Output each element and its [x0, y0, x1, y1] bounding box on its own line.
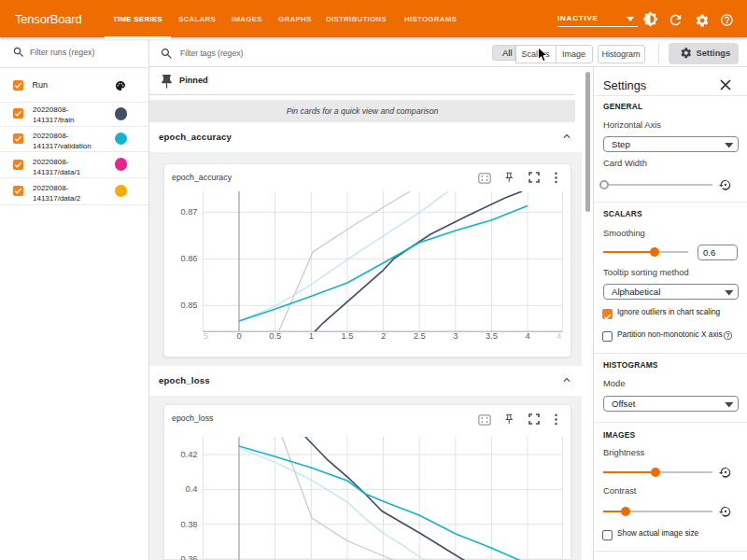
svg-text:0.87: 0.87 [180, 207, 197, 217]
svg-text:5: 5 [204, 331, 208, 341]
svg-text:0.4: 0.4 [186, 484, 198, 494]
svg-text:0.42: 0.42 [180, 450, 197, 459]
svg-text:4: 4 [525, 331, 529, 341]
svg-text:0.86: 0.86 [180, 254, 197, 263]
svg-text:2: 2 [381, 331, 386, 341]
svg-text:4: 4 [557, 331, 561, 341]
svg-text:2.5: 2.5 [414, 331, 426, 341]
svg-text:3: 3 [453, 331, 458, 341]
svg-text:0.36: 0.36 [180, 554, 197, 560]
svg-text:0.5: 0.5 [269, 331, 281, 341]
svg-text:3.5: 3.5 [486, 331, 498, 341]
svg-text:1: 1 [309, 331, 314, 341]
svg-text:0.38: 0.38 [180, 520, 197, 529]
svg-text:0.85: 0.85 [180, 301, 197, 310]
svg-text:0: 0 [236, 331, 241, 341]
svg-text:1.5: 1.5 [342, 331, 354, 341]
